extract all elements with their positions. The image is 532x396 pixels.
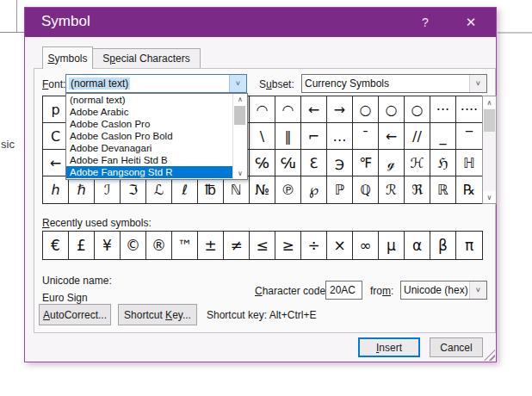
dialog-titlebar[interactable]: Symbol ? ✕ <box>25 8 496 37</box>
unicode-name-label: Unicode name: <box>42 275 112 287</box>
symbol-cell[interactable]: ℎ <box>43 176 69 203</box>
symbol-cell[interactable]: ℜ <box>405 176 430 203</box>
symbol-cell[interactable]: ℙ <box>327 176 353 203</box>
scroll-down-icon[interactable]: ∨ <box>483 191 496 203</box>
symbol-cell[interactable]: ○ <box>353 96 379 123</box>
symbol-cell[interactable]: ○ <box>379 96 405 123</box>
symbol-cell[interactable]: … <box>327 123 353 150</box>
autocorrect-button[interactable]: AutoCorrect... <box>39 304 111 325</box>
font-list-item[interactable]: Adobe Fangsong Std R <box>66 166 232 178</box>
symbol-cell[interactable]: ℌ <box>430 150 456 176</box>
font-list-item[interactable]: Adobe Caslon Pro <box>66 118 232 130</box>
font-list-item[interactable]: Adobe Arabic <box>66 106 232 118</box>
from-combobox[interactable]: Unicode (hex) ˅ <box>400 281 487 300</box>
recent-symbol-cell[interactable]: ± <box>198 232 224 259</box>
symbol-cell[interactable]: ℞ <box>456 176 482 203</box>
help-button[interactable]: ? <box>410 8 441 37</box>
symbol-cell[interactable]: ℋ <box>405 150 430 176</box>
symbol-grid-scrollbar[interactable]: ∧ ∨ <box>482 96 497 204</box>
recent-symbol-cell[interactable]: ≥ <box>275 232 301 259</box>
scroll-thumb[interactable] <box>484 109 495 132</box>
symbol-cell[interactable]: \ <box>250 123 275 150</box>
symbol-cell[interactable]: ℝ <box>430 176 456 203</box>
symbol-cell[interactable]: ℓ <box>172 176 198 203</box>
insert-button[interactable]: Insert <box>358 337 420 357</box>
symbol-cell[interactable]: ○ <box>405 96 430 123</box>
symbol-cell[interactable]: // <box>405 123 430 150</box>
symbol-cell[interactable]: ℉ <box>353 150 379 176</box>
symbol-cell[interactable]: ◠ <box>250 96 275 123</box>
recent-symbol-cell[interactable]: ¥ <box>95 232 121 259</box>
font-list-item[interactable]: Adobe Devanagari <box>66 142 232 154</box>
tab-symbols[interactable]: Symbols <box>42 46 93 69</box>
symbol-cell[interactable]: _ <box>430 123 456 150</box>
tab-special-characters[interactable]: Special Characters <box>93 48 201 69</box>
character-code-label: Character code: <box>255 285 328 297</box>
symbol-cell[interactable]: ℅ <box>250 150 275 176</box>
symbol-cell[interactable]: ℛ <box>379 176 405 203</box>
chevron-down-icon[interactable]: ˅ <box>469 75 486 92</box>
recent-symbol-cell[interactable]: ∞ <box>353 232 379 259</box>
recent-symbol-cell[interactable]: × <box>327 232 353 259</box>
scroll-thumb[interactable] <box>234 106 245 125</box>
symbol-cell[interactable]: ℐ <box>95 176 121 203</box>
symbol-cell[interactable]: ℕ <box>224 176 250 203</box>
recent-symbol-cell[interactable]: € <box>43 232 69 259</box>
resize-grip-icon[interactable] <box>484 350 495 361</box>
recent-symbol-cell[interactable]: π <box>456 232 482 259</box>
recent-symbol-cell[interactable]: β <box>430 232 456 259</box>
symbol-dialog: Symbol ? ✕ Symbols Special Characters Fo… <box>24 7 497 362</box>
symbol-cell[interactable]: ℑ <box>121 176 146 203</box>
close-button[interactable]: ✕ <box>455 8 486 37</box>
recent-symbol-cell[interactable]: © <box>121 232 146 259</box>
symbol-cell[interactable]: ‖ <box>275 123 301 150</box>
recent-symbol-cell[interactable]: ÷ <box>301 232 327 259</box>
symbol-cell[interactable]: № <box>250 176 275 203</box>
font-combobox[interactable]: (normal text) ˅ <box>65 74 247 93</box>
font-list-item[interactable]: (normal text) <box>66 94 232 106</box>
shortcut-key-button[interactable]: Shortcut Key... <box>118 304 197 325</box>
symbol-cell[interactable]: ℒ <box>146 176 172 203</box>
font-list: (normal text)Adobe ArabicAdobe Caslon Pr… <box>66 94 247 178</box>
symbol-cell[interactable]: ℘ <box>301 176 327 203</box>
recent-symbol-cell[interactable]: £ <box>69 232 95 259</box>
scroll-down-icon[interactable]: ∨ <box>233 168 247 179</box>
recent-symbol-cell[interactable]: ≠ <box>224 232 250 259</box>
cancel-button[interactable]: Cancel <box>430 337 483 357</box>
symbol-cell[interactable]: ℊ <box>379 150 405 176</box>
recent-symbol-cell[interactable]: ® <box>146 232 172 259</box>
symbol-cell[interactable]: → <box>327 96 353 123</box>
character-code-input[interactable]: 20AC <box>325 281 362 300</box>
chevron-down-icon[interactable]: ˅ <box>229 75 246 92</box>
symbol-cell[interactable]: ¯ <box>353 123 379 150</box>
symbol-cell[interactable]: ℗ <box>275 176 301 203</box>
subset-combobox[interactable]: Currency Symbols ˅ <box>301 74 487 93</box>
recent-symbol-cell[interactable]: α <box>405 232 430 259</box>
recent-symbol-cell[interactable]: ≤ <box>250 232 275 259</box>
symbol-cell[interactable]: ‾ <box>456 123 482 150</box>
font-list-item[interactable]: Adobe Fan Heiti Std B <box>66 154 232 166</box>
symbol-cell[interactable]: ← <box>379 123 405 150</box>
recent-symbol-cell[interactable]: µ <box>379 232 405 259</box>
font-list-scrollbar[interactable]: ∧ ∨ <box>232 94 247 179</box>
recently-used-label: Recently used symbols: <box>42 217 152 229</box>
symbol-cell[interactable]: ℍ <box>456 150 482 176</box>
symbol-cell[interactable]: ℈ <box>327 150 353 176</box>
symbol-cell[interactable]: ← <box>301 96 327 123</box>
symbol-cell[interactable]: ···· <box>456 96 482 123</box>
chevron-down-icon[interactable]: ˅ <box>469 282 486 299</box>
scroll-up-icon[interactable]: ∧ <box>483 96 496 108</box>
symbol-cell[interactable]: ··· <box>430 96 456 123</box>
unicode-name-value: Euro Sign <box>42 292 88 304</box>
symbol-cell[interactable]: ℚ <box>353 176 379 203</box>
font-list-item[interactable]: Adobe Caslon Pro Bold <box>66 130 232 142</box>
symbol-cell[interactable]: ℏ <box>69 176 95 203</box>
symbol-cell[interactable]: ◠ <box>275 96 301 123</box>
subset-label: Subset: <box>259 78 294 90</box>
recent-symbol-cell[interactable]: ™ <box>172 232 198 259</box>
scroll-up-icon[interactable]: ∧ <box>233 94 247 105</box>
symbol-cell[interactable]: ℆ <box>275 150 301 176</box>
symbol-cell[interactable]: ℇ <box>301 150 327 176</box>
symbol-cell[interactable]: ⌐ <box>301 123 327 150</box>
symbol-cell[interactable]: ℔ <box>198 176 224 203</box>
